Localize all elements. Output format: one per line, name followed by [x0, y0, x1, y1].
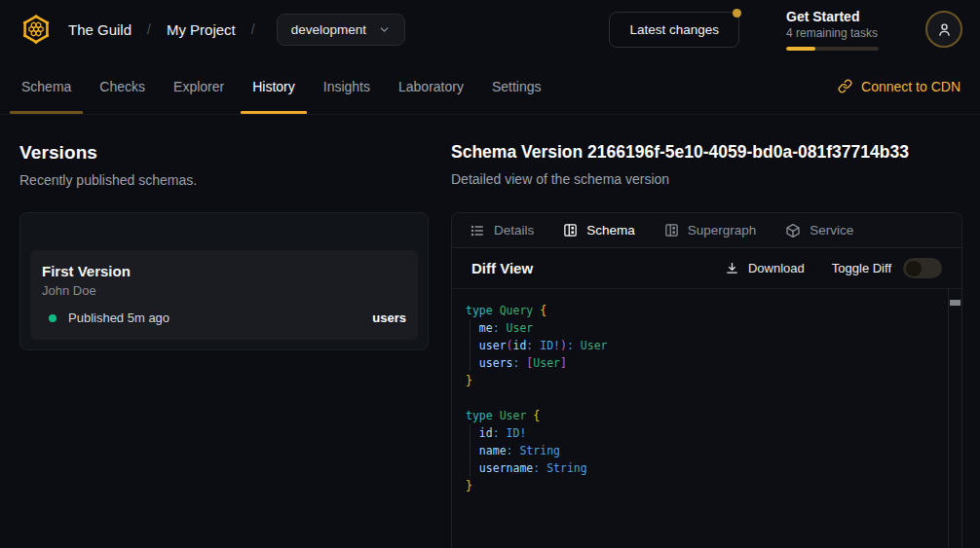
code-line: type User {	[466, 407, 948, 424]
project-link[interactable]: My Project	[167, 21, 236, 38]
nav-tab-insights[interactable]: Insights	[323, 58, 370, 114]
get-started-title: Get Started	[786, 9, 879, 24]
indent-guide	[470, 459, 471, 477]
breadcrumb-separator: /	[147, 21, 151, 37]
nav-tab-label: Laboratory	[398, 79, 464, 94]
graphql-code: type Query { me: User user(id: ID!): Use…	[452, 289, 948, 548]
version-name: First Version	[42, 263, 406, 279]
cube-icon	[785, 223, 801, 238]
code-line	[466, 389, 948, 407]
get-started-subtitle: 4 remaining tasks	[786, 26, 879, 40]
connect-to-cdn-button[interactable]: Connect to CDN	[838, 79, 961, 94]
breadcrumb: The Guild / My Project / development	[19, 13, 405, 46]
nav-tab-label: Settings	[492, 79, 542, 94]
nav-tab-label: Checks	[99, 79, 145, 94]
user-icon	[936, 21, 953, 38]
detail-tab-service[interactable]: Service	[785, 223, 853, 238]
nav-tab-label: Schema	[21, 79, 71, 94]
download-button[interactable]: Download	[725, 261, 805, 275]
latest-changes-label: Latest changes	[629, 22, 719, 37]
header-actions: Latest changes Get Started 4 remaining t…	[609, 9, 962, 51]
schema-detail-card: DetailsSchemaSupergraphService Diff View…	[451, 212, 962, 548]
connect-to-cdn-label: Connect to CDN	[861, 79, 961, 94]
indent-guide	[470, 424, 471, 442]
org-link[interactable]: The Guild	[68, 21, 132, 38]
app-header: The Guild / My Project / development Lat…	[0, 0, 980, 58]
nav-tab-indicator	[88, 111, 157, 114]
code-scrollbar-thumb[interactable]	[950, 300, 961, 306]
schema-code-viewer: type Query { me: User user(id: ID!): Use…	[452, 289, 961, 548]
code-line: }	[466, 372, 948, 389]
service-badge: users	[372, 311, 406, 325]
download-label: Download	[748, 261, 805, 275]
get-started-progress-fill	[786, 47, 815, 51]
version-status-row: Published 5m ago users	[42, 311, 406, 325]
versions-list-card: First Version John Doe Published 5m ago …	[19, 212, 429, 350]
version-status-label: Published 5m ago	[68, 311, 170, 325]
nav-tab-laboratory[interactable]: Laboratory	[398, 58, 464, 114]
target-selector-value: development	[291, 22, 366, 37]
schema-version-title: Schema Version 2166196f-5e10-4059-bd0a-0…	[451, 142, 962, 163]
nav-tab-settings[interactable]: Settings	[492, 58, 542, 114]
nav-tab-label: Explorer	[173, 79, 224, 94]
primary-nav: SchemaChecksExplorerHistoryInsightsLabor…	[0, 58, 980, 115]
download-icon	[725, 261, 739, 275]
detail-tab-supergraph[interactable]: Supergraph	[664, 223, 757, 237]
version-list-item[interactable]: First Version John Doe Published 5m ago …	[30, 250, 418, 340]
target-selector-dropdown[interactable]: development	[277, 14, 405, 46]
nav-tab-checks[interactable]: Checks	[99, 58, 145, 114]
code-line: users: [User]	[466, 354, 948, 372]
published-status-dot	[49, 314, 57, 322]
link-icon	[838, 79, 852, 93]
detail-tabs: DetailsSchemaSupergraphService	[452, 213, 961, 248]
nav-tab-schema[interactable]: Schema	[21, 58, 71, 114]
get-started-progressbar	[786, 47, 879, 51]
list-icon	[470, 223, 485, 238]
code-line: }	[466, 477, 948, 494]
nav-tabs: SchemaChecksExplorerHistoryInsightsLabor…	[21, 58, 570, 114]
main-content: Versions Recently published schemas. Fir…	[0, 115, 980, 548]
chevron-down-icon	[378, 23, 391, 36]
code-line: id: ID!	[466, 424, 948, 442]
nav-tab-label: Insights	[323, 79, 370, 94]
diff-view-title: Diff View	[471, 260, 533, 276]
nav-tab-explorer[interactable]: Explorer	[173, 58, 224, 114]
toggle-diff-label: Toggle Diff	[832, 261, 891, 275]
detail-tab-schema[interactable]: Schema	[563, 223, 635, 237]
diff-view-header: Diff View Download Toggle Diff	[452, 248, 961, 289]
detail-tab-details[interactable]: Details	[470, 223, 534, 238]
versions-title: Versions	[19, 142, 429, 164]
columns-icon	[664, 223, 679, 237]
nav-tab-indicator	[387, 111, 475, 114]
nav-tab-indicator	[312, 111, 382, 114]
detail-tab-label: Details	[494, 223, 534, 237]
versions-panel: Versions Recently published schemas. Fir…	[19, 142, 429, 548]
code-line: username: String	[466, 459, 948, 477]
code-line: user(id: ID!): User	[466, 337, 948, 354]
code-line: me: User	[466, 319, 948, 337]
nav-tab-indicator	[241, 111, 307, 114]
detail-tab-label: Service	[810, 223, 853, 237]
detail-tab-label: Supergraph	[688, 223, 757, 237]
versions-subtitle: Recently published schemas.	[19, 172, 429, 188]
nav-tab-indicator	[480, 111, 553, 114]
toggle-diff-switch[interactable]	[903, 258, 942, 278]
latest-changes-button[interactable]: Latest changes	[609, 12, 739, 48]
hive-logo-icon[interactable]	[19, 13, 53, 46]
user-menu-button[interactable]	[925, 11, 962, 48]
columns-icon	[563, 223, 578, 237]
schema-version-subtitle: Detailed view of the schema version	[451, 171, 962, 187]
nav-tab-history[interactable]: History	[252, 58, 295, 114]
indent-guide	[470, 319, 471, 337]
detail-tab-label: Schema	[586, 223, 635, 237]
version-author: John Doe	[42, 283, 406, 298]
notification-dot	[733, 9, 741, 18]
indent-guide	[470, 442, 471, 459]
indent-guide	[470, 337, 471, 354]
code-scrollbar[interactable]	[948, 289, 961, 548]
get-started-widget[interactable]: Get Started 4 remaining tasks	[786, 9, 879, 51]
indent-guide	[470, 354, 471, 372]
code-line: type Query {	[466, 302, 948, 319]
breadcrumb-separator: /	[251, 21, 255, 37]
toggle-knob	[906, 261, 922, 276]
